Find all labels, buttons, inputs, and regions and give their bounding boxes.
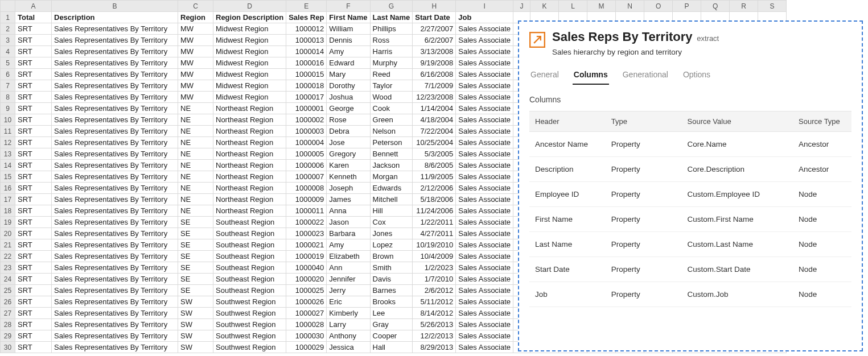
- cell[interactable]: Sales Representatives By Territory: [52, 103, 178, 114]
- cell[interactable]: Davis: [370, 274, 413, 285]
- cell[interactable]: Sales Representatives By Territory: [52, 171, 178, 183]
- cell[interactable]: Hill: [370, 205, 413, 217]
- cell[interactable]: Mary: [327, 69, 370, 80]
- column-header-C[interactable]: C: [178, 1, 213, 12]
- cell[interactable]: SRT: [15, 342, 52, 353]
- cell[interactable]: Phillips: [370, 23, 413, 35]
- cell[interactable]: 7/22/2004: [413, 126, 456, 137]
- cell[interactable]: 1/7/2010: [413, 274, 456, 285]
- cell[interactable]: 11/9/2005: [413, 171, 456, 183]
- cell[interactable]: Sales Representatives By Territory: [52, 80, 178, 92]
- cell[interactable]: Last Name: [370, 12, 413, 23]
- cell[interactable]: SRT: [15, 35, 52, 46]
- cell[interactable]: Sales Associate: [456, 57, 513, 69]
- cell[interactable]: SRT: [15, 296, 52, 308]
- cell[interactable]: Barnes: [370, 285, 413, 296]
- cell[interactable]: Dorothy: [327, 80, 370, 92]
- cell[interactable]: Lee: [370, 308, 413, 319]
- cell[interactable]: Midwest Region: [213, 57, 286, 69]
- cell[interactable]: 10/25/2004: [413, 137, 456, 148]
- cell[interactable]: NE: [178, 148, 213, 160]
- row-header[interactable]: 19: [1, 217, 15, 228]
- cell[interactable]: Edward: [327, 57, 370, 69]
- cell[interactable]: Dennis: [327, 35, 370, 46]
- cell[interactable]: MW: [178, 23, 213, 35]
- cell[interactable]: SE: [178, 274, 213, 285]
- cell[interactable]: NE: [178, 137, 213, 148]
- column-header-G[interactable]: G: [370, 1, 413, 12]
- cell[interactable]: Jessica: [327, 342, 370, 353]
- row-header[interactable]: 7: [1, 80, 15, 92]
- cell[interactable]: Sales Representatives By Territory: [52, 262, 178, 274]
- cell[interactable]: NE: [178, 103, 213, 114]
- column-header-J[interactable]: J: [513, 1, 530, 12]
- cell[interactable]: MW: [178, 92, 213, 103]
- cell[interactable]: Midwest Region: [213, 80, 286, 92]
- cell[interactable]: William: [327, 23, 370, 35]
- column-header-N[interactable]: N: [616, 1, 644, 12]
- cell[interactable]: 4/27/2011: [413, 228, 456, 239]
- cell[interactable]: 1000021: [286, 239, 327, 251]
- cell[interactable]: Sales Associate: [456, 342, 513, 353]
- column-header-S[interactable]: S: [758, 1, 787, 12]
- cell[interactable]: Edwards: [370, 183, 413, 194]
- cell[interactable]: 1000016: [286, 57, 327, 69]
- cell[interactable]: SRT: [15, 57, 52, 69]
- row-header[interactable]: 23: [1, 262, 15, 274]
- cell[interactable]: 12/2/2013: [413, 330, 456, 342]
- cell[interactable]: SRT: [15, 114, 52, 126]
- row-header[interactable]: 10: [1, 114, 15, 126]
- cell[interactable]: George: [327, 103, 370, 114]
- cell[interactable]: 1000009: [286, 194, 327, 205]
- cell[interactable]: Sales Representatives By Territory: [52, 126, 178, 137]
- cell[interactable]: Southwest Region: [213, 330, 286, 342]
- column-header-D[interactable]: D: [213, 1, 286, 12]
- cell[interactable]: SW: [178, 342, 213, 353]
- cell[interactable]: Sales Associate: [456, 80, 513, 92]
- cell[interactable]: Ann: [327, 262, 370, 274]
- cell[interactable]: Barbara: [327, 228, 370, 239]
- cell[interactable]: 1/2/2023: [413, 262, 456, 274]
- cell[interactable]: 2/12/2006: [413, 183, 456, 194]
- cell[interactable]: Sales Representatives By Territory: [52, 114, 178, 126]
- cell[interactable]: Northeast Region: [213, 148, 286, 160]
- cell[interactable]: SW: [178, 330, 213, 342]
- row-header[interactable]: 5: [1, 57, 15, 69]
- cell[interactable]: Jones: [370, 228, 413, 239]
- select-all-corner[interactable]: [1, 1, 15, 12]
- cell[interactable]: Southeast Region: [213, 228, 286, 239]
- column-header-Q[interactable]: Q: [701, 1, 730, 12]
- cell[interactable]: Jason: [327, 217, 370, 228]
- cell[interactable]: Peterson: [370, 137, 413, 148]
- cell[interactable]: Cook: [370, 103, 413, 114]
- cell[interactable]: SRT: [15, 92, 52, 103]
- cell[interactable]: 1000029: [286, 342, 327, 353]
- cell[interactable]: 5/3/2005: [413, 148, 456, 160]
- row-header[interactable]: 2: [1, 23, 15, 35]
- cell[interactable]: Cox: [370, 217, 413, 228]
- cell[interactable]: 1000007: [286, 171, 327, 183]
- cell[interactable]: Sales Representatives By Territory: [52, 239, 178, 251]
- row-header[interactable]: 12: [1, 137, 15, 148]
- cell[interactable]: 1000001: [286, 103, 327, 114]
- cell[interactable]: Northeast Region: [213, 114, 286, 126]
- cell[interactable]: Total: [15, 12, 52, 23]
- cell[interactable]: Joseph: [327, 183, 370, 194]
- cell[interactable]: Gray: [370, 319, 413, 330]
- cell[interactable]: Sales Associate: [456, 330, 513, 342]
- cell[interactable]: SRT: [15, 319, 52, 330]
- cell[interactable]: SRT: [15, 330, 52, 342]
- cell[interactable]: Sales Associate: [456, 103, 513, 114]
- cell[interactable]: Ross: [370, 35, 413, 46]
- cell[interactable]: Eric: [327, 296, 370, 308]
- cell[interactable]: Sales Representatives By Territory: [52, 308, 178, 319]
- tab-generational[interactable]: Generational: [622, 68, 669, 85]
- cell[interactable]: 1000005: [286, 148, 327, 160]
- cell[interactable]: Amy: [327, 46, 370, 57]
- cell[interactable]: 1/14/2004: [413, 103, 456, 114]
- cell[interactable]: Sales Representatives By Territory: [52, 228, 178, 239]
- cell[interactable]: 3/13/2008: [413, 46, 456, 57]
- cell[interactable]: Job: [456, 12, 513, 23]
- cell[interactable]: 1000004: [286, 137, 327, 148]
- cell[interactable]: Green: [370, 114, 413, 126]
